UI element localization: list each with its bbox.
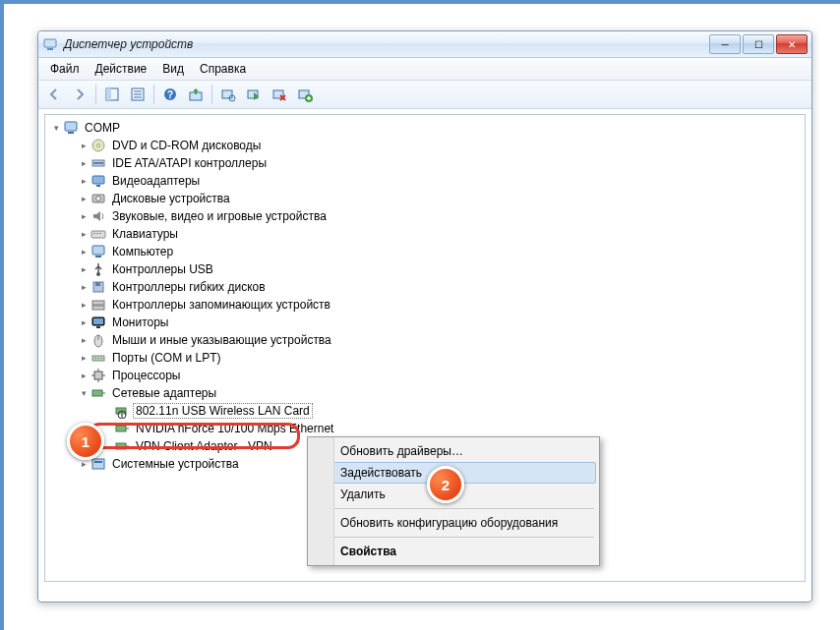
expander-icon[interactable]: ▸ <box>79 176 89 186</box>
help-button[interactable]: ? <box>158 83 182 106</box>
ctx-scan-hardware[interactable]: Обновить конфигурацию оборудования <box>311 512 596 534</box>
device-label: COMP <box>83 121 122 135</box>
expander-icon[interactable]: ▸ <box>79 371 89 380</box>
tree-category-7[interactable]: ▸Контроллеры USB <box>45 260 805 278</box>
expander-icon[interactable]: ▸ <box>79 229 89 239</box>
svg-rect-35 <box>92 246 104 255</box>
scan-hardware-button[interactable] <box>216 83 240 106</box>
expander-icon[interactable] <box>102 424 112 433</box>
expander-icon[interactable]: ▸ <box>79 211 89 221</box>
svg-rect-62 <box>116 443 126 449</box>
expander-icon[interactable]: ▸ <box>79 335 89 345</box>
tree-category-13[interactable]: ▸Процессоры <box>45 367 805 384</box>
tree-category-3[interactable]: ▸Дисковые устройства <box>45 190 805 207</box>
device-label: Порты (COM и LPT) <box>110 351 223 365</box>
svg-text:?: ? <box>167 89 173 100</box>
expander-icon[interactable]: ▾ <box>51 123 61 133</box>
device-label: Контроллеры USB <box>110 262 215 276</box>
device-label: Мониторы <box>110 315 170 329</box>
expander-icon[interactable] <box>102 406 112 416</box>
svg-rect-44 <box>96 326 100 328</box>
back-button[interactable] <box>42 83 66 106</box>
ctx-properties[interactable]: Свойства <box>311 541 596 562</box>
properties-button[interactable] <box>126 83 150 106</box>
device-label: NVIDIA nForce 10/100 Mbps Ethernet <box>134 422 335 435</box>
device-icon <box>114 438 130 454</box>
tree-device-network-0[interactable]: 802.11n USB Wireless LAN Card <box>45 402 805 420</box>
tree-category-6[interactable]: ▸Компьютер <box>45 243 805 260</box>
svg-point-37 <box>96 272 100 276</box>
device-icon <box>90 456 106 472</box>
expander-icon[interactable]: ▸ <box>79 158 89 168</box>
forward-button[interactable] <box>68 83 91 106</box>
tree-category-11[interactable]: ▸Мыши и иные указывающие устройства <box>45 331 805 349</box>
device-label: Процессоры <box>110 369 183 382</box>
svg-rect-34 <box>99 233 101 234</box>
toolbar: ? <box>38 81 811 109</box>
svg-rect-40 <box>92 301 104 305</box>
close-button[interactable]: ✕ <box>776 34 808 54</box>
ctx-update-drivers[interactable]: Обновить драйверы… <box>311 440 596 462</box>
tree-category-1[interactable]: ▸IDE ATA/ATAPI контроллеры <box>45 154 805 172</box>
tree-device-network-1[interactable]: NVIDIA nForce 10/100 Mbps Ethernet <box>45 420 805 437</box>
app-icon <box>42 36 58 52</box>
menu-file[interactable]: Файл <box>42 60 88 78</box>
svg-rect-43 <box>93 318 103 324</box>
device-label: Системные устройства <box>110 457 241 471</box>
maximize-button[interactable]: ☐ <box>743 34 774 54</box>
expander-icon[interactable]: ▸ <box>79 141 89 150</box>
tree-category-0[interactable]: ▸DVD и CD-ROM дисководы <box>45 137 805 154</box>
device-icon <box>90 315 106 330</box>
svg-rect-26 <box>93 162 103 164</box>
svg-rect-36 <box>95 256 101 258</box>
tree-category-10[interactable]: ▸Мониторы <box>45 314 805 331</box>
uninstall-device-button[interactable] <box>268 83 291 106</box>
device-icon <box>90 226 106 242</box>
menu-help[interactable]: Справка <box>192 60 254 78</box>
expander-icon[interactable]: ▸ <box>79 459 89 469</box>
svg-rect-32 <box>93 233 95 234</box>
svg-rect-0 <box>44 39 56 47</box>
menubar: Файл Действие Вид Справка <box>38 58 811 81</box>
expander-icon[interactable] <box>102 441 112 451</box>
svg-rect-21 <box>65 122 77 131</box>
device-label: Звуковые, видео и игровые устройства <box>110 209 329 223</box>
ctx-enable[interactable]: Задействовать <box>311 462 596 484</box>
update-driver-button[interactable] <box>184 83 208 106</box>
svg-point-49 <box>97 358 99 360</box>
device-icon <box>90 244 106 259</box>
menu-view[interactable]: Вид <box>154 60 192 78</box>
svg-rect-39 <box>95 282 100 286</box>
tree-root-node[interactable]: ▾COMP <box>45 119 805 137</box>
tree-category-2[interactable]: ▸Видеоадаптеры <box>45 172 805 190</box>
device-icon <box>90 332 106 348</box>
device-icon <box>90 173 106 189</box>
expander-icon[interactable]: ▸ <box>79 264 89 274</box>
expander-icon[interactable]: ▸ <box>79 300 89 310</box>
ctx-delete[interactable]: Удалить <box>311 484 596 505</box>
expander-icon[interactable]: ▸ <box>79 353 89 363</box>
menu-action[interactable]: Действие <box>88 60 155 78</box>
svg-rect-28 <box>96 185 100 187</box>
tree-category-network[interactable]: ▾Сетевые адаптеры <box>45 384 805 402</box>
add-legacy-hardware-button[interactable] <box>293 83 317 106</box>
svg-rect-27 <box>92 176 104 184</box>
expander-icon[interactable]: ▸ <box>79 194 89 203</box>
device-icon <box>90 350 106 366</box>
minimize-button[interactable]: ─ <box>709 34 741 54</box>
tree-category-5[interactable]: ▸Клавиатуры <box>45 225 805 243</box>
tree-category-12[interactable]: ▸Порты (COM и LPT) <box>45 349 805 367</box>
enable-device-button[interactable] <box>242 83 266 106</box>
expander-icon[interactable]: ▸ <box>79 317 89 327</box>
expander-icon[interactable]: ▸ <box>79 247 89 257</box>
svg-rect-22 <box>68 132 74 134</box>
expander-icon[interactable]: ▸ <box>79 282 89 292</box>
tree-category-8[interactable]: ▸Контроллеры гибких дисков <box>45 278 805 296</box>
device-label: Контроллеры запоминающих устройств <box>110 298 332 312</box>
expander-icon[interactable]: ▾ <box>79 388 89 398</box>
show-tree-button[interactable] <box>100 83 124 106</box>
tree-category-9[interactable]: ▸Контроллеры запоминающих устройств <box>45 296 805 314</box>
tree-category-4[interactable]: ▸Звуковые, видео и игровые устройства <box>45 207 805 225</box>
svg-point-30 <box>96 197 101 201</box>
window-title: Диспетчер устройств <box>64 37 709 51</box>
